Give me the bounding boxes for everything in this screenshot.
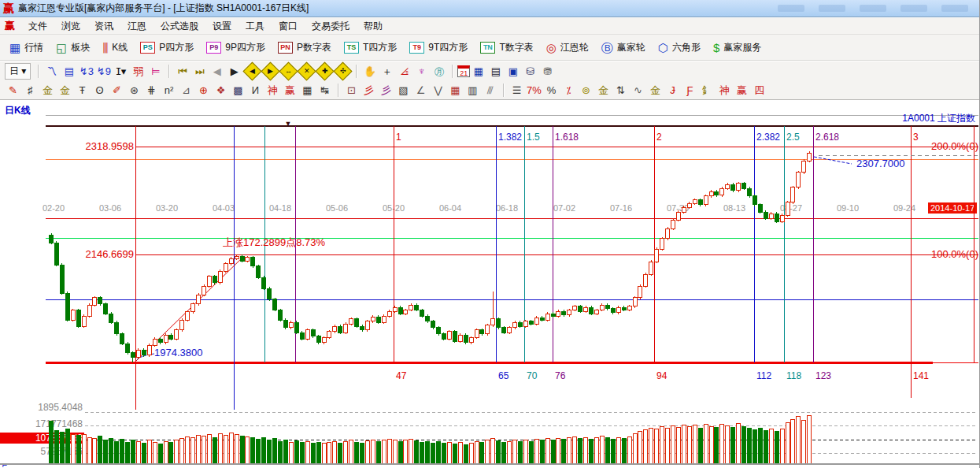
diamond-right-icon[interactable]: ▶: [261, 61, 280, 80]
volume-bar: [289, 442, 293, 463]
web-grid-icon[interactable]: ▩: [230, 83, 246, 98]
triangle-ruler-icon[interactable]: ⊿: [178, 83, 194, 98]
angle-lines-icon[interactable]: ∠: [412, 83, 429, 98]
zigzag-chart-icon[interactable]: 〽: [43, 64, 60, 79]
t-number-button[interactable]: TNT数字表: [475, 39, 538, 57]
dark-net-icon[interactable]: ▥: [464, 83, 481, 98]
gold-circle-icon[interactable]: ⊚: [578, 83, 594, 98]
percent-strike-icon[interactable]: 7%: [526, 83, 542, 98]
menu-item-10[interactable]: 帮助: [357, 19, 390, 33]
red-pencil-icon[interactable]: ✐: [109, 83, 125, 98]
circle-target-icon[interactable]: ⊕: [195, 83, 212, 98]
gold-ray-icon[interactable]: 釒: [699, 83, 716, 98]
diamond-cross-icon[interactable]: ✚: [316, 61, 335, 80]
gold-section-icon[interactable]: 金: [39, 83, 56, 98]
box-select-icon[interactable]: ⊡: [343, 83, 360, 98]
drag-hand-icon[interactable]: ✋: [361, 64, 378, 79]
crosshair-icon[interactable]: ＋: [379, 64, 395, 79]
period-dropdown[interactable]: 日 ▾: [5, 63, 31, 80]
t9-square-button[interactable]: T99T四方形: [405, 39, 472, 57]
save-icon[interactable]: ▣: [505, 64, 521, 79]
menu-item-8[interactable]: 窗口: [272, 19, 305, 33]
shen-tool-icon[interactable]: 神: [264, 83, 281, 98]
volume-bar: [50, 422, 54, 463]
red-net-icon[interactable]: ▦: [447, 83, 464, 98]
smart-brain-icon[interactable]: ㊊: [431, 64, 447, 79]
diamond-x-icon[interactable]: ✕: [298, 61, 316, 80]
percent-level-icon[interactable]: ⁒: [560, 83, 577, 98]
wave-3-icon[interactable]: ↯3: [78, 64, 94, 79]
zigzag-wave-icon[interactable]: ⋁: [430, 83, 446, 98]
gold-angle-icon[interactable]: 金: [647, 83, 664, 98]
candle-body: [791, 188, 795, 202]
ying-tool-icon[interactable]: 赢: [282, 83, 298, 98]
diamond-all-icon[interactable]: ✣: [334, 61, 353, 80]
wave-mark-icon[interactable]: И: [247, 83, 264, 98]
p-square-button[interactable]: PSP四方形: [135, 39, 198, 57]
first-page-icon[interactable]: ⏮: [174, 64, 190, 79]
hexagon-button[interactable]: ⬡六角形: [653, 39, 705, 57]
star-web-icon[interactable]: ❖: [213, 83, 229, 98]
menu-item-9[interactable]: 交易委托: [305, 19, 357, 33]
winner-wheel-button[interactable]: Ⓑ赢家轮: [597, 39, 650, 57]
menu-item-3[interactable]: 资讯: [87, 19, 120, 33]
grid-123-icon[interactable]: ▦: [299, 83, 316, 98]
ticks-icon[interactable]: ⋕: [143, 83, 160, 98]
p-number-button[interactable]: PNP数字表: [273, 39, 336, 57]
quotes-button[interactable]: ▦行情: [5, 39, 48, 57]
menu-item-1[interactable]: 文件: [21, 19, 54, 33]
level-bars-icon[interactable]: ☰: [508, 83, 525, 98]
percent-icon[interactable]: %: [543, 83, 560, 98]
next-bar-icon[interactable]: ▶: [226, 64, 242, 79]
p9-square-button[interactable]: P99P四方形: [202, 39, 270, 57]
spiral-icon[interactable]: ʘ: [91, 83, 108, 98]
band-wave-icon[interactable]: ∿: [630, 83, 646, 98]
calculator-icon[interactable]: ▦: [470, 64, 486, 79]
diamond-h-expand-icon[interactable]: ↔: [279, 61, 298, 80]
purple-tool-icon[interactable]: ♆: [413, 64, 430, 79]
span-arrows-icon[interactable]: ↹: [316, 83, 333, 98]
menu-item-2[interactable]: 浏览: [54, 19, 87, 33]
gold-section2-icon[interactable]: 金: [57, 83, 73, 98]
calendar-icon[interactable]: 21: [457, 65, 470, 77]
wave-9-icon[interactable]: ↯9: [95, 64, 112, 79]
shade-fan-icon[interactable]: ▧: [395, 83, 412, 98]
f10-info-icon[interactable]: ▤: [61, 64, 77, 79]
circle-cycle-icon[interactable]: ⊛: [126, 83, 142, 98]
prev-bar-icon[interactable]: ◀: [209, 64, 225, 79]
updown-candle-icon[interactable]: ⇅: [612, 83, 629, 98]
shen-ray-icon[interactable]: 神: [716, 83, 733, 98]
notebook-icon[interactable]: ▤: [487, 64, 504, 79]
volume-profile-icon[interactable]: ⊨: [147, 64, 164, 79]
red-fan-icon[interactable]: 彡: [361, 83, 377, 98]
f-levels-icon[interactable]: Ŧ: [74, 83, 91, 98]
f-line-icon[interactable]: Ƒ: [682, 83, 698, 98]
net-sync-icon[interactable]: ⛁: [522, 64, 538, 79]
gann-ticks-icon[interactable]: ♯: [22, 83, 39, 98]
gann-wheel-button[interactable]: ◎江恩轮: [542, 39, 594, 57]
kline-button[interactable]: ⫼K线: [98, 39, 132, 57]
n-square-icon[interactable]: n²: [161, 83, 177, 98]
candle-style-dropdown[interactable]: ⵊ▾: [113, 64, 129, 79]
t-square-button[interactable]: TST四方形: [339, 39, 401, 57]
remote-pc-icon[interactable]: ⛃: [539, 64, 556, 79]
red-grid-char-icon[interactable]: 弱: [130, 64, 146, 79]
gold-level-icon[interactable]: 金: [595, 83, 612, 98]
menu-item-5[interactable]: 公式选股: [153, 19, 205, 33]
winner-service-button[interactable]: $赢家服务: [708, 39, 766, 57]
diamond-left-icon[interactable]: ◀: [243, 61, 262, 80]
triple-slash-icon[interactable]: ⫻: [482, 83, 498, 98]
angle-measure-icon[interactable]: ⦞: [396, 64, 412, 79]
candle-body: [480, 330, 484, 334]
ying-ray-icon[interactable]: 赢: [734, 83, 750, 98]
menu-item-4[interactable]: 江恩: [120, 19, 153, 33]
j-line-icon[interactable]: Ɉ: [664, 83, 681, 98]
si-ray-icon[interactable]: 四: [751, 83, 767, 98]
menu-item-6[interactable]: 设置: [205, 19, 239, 33]
purple-fan-icon[interactable]: 彡: [378, 83, 394, 98]
kline-button-label: K线: [112, 41, 128, 54]
sectors-button[interactable]: ◱板块: [51, 39, 94, 57]
last-page-icon[interactable]: ⏭: [191, 64, 208, 79]
pencil-tool-icon[interactable]: ✎: [5, 83, 21, 98]
menu-item-7[interactable]: 工具: [239, 19, 272, 33]
